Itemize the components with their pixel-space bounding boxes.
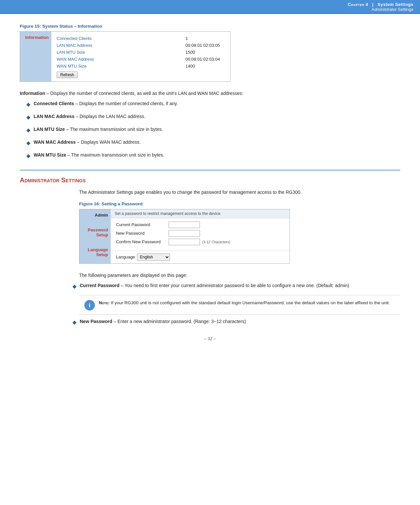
bullet-icon: ◆	[72, 282, 76, 290]
info-sidebar: Information	[20, 32, 51, 81]
admin-language-section: Language English	[111, 251, 290, 263]
bullet-list-2: ◆ Current Password – You need to first e…	[72, 282, 400, 290]
list-item-text: New Password – Enter a new administrator…	[80, 318, 246, 325]
row-label: WAN MTU Size	[57, 64, 106, 69]
list-item: ◆ LAN MAC Address – Displays the LAN MAC…	[26, 113, 400, 121]
confirm-password-input[interactable]	[169, 239, 200, 245]
table-row: LAN MTU Size 1500	[57, 49, 225, 56]
admin-sidebar-label-password: Password Setup	[82, 227, 108, 237]
list-item: ◆ Connected Clients – Displays the numbe…	[26, 100, 400, 108]
language-label: Language	[116, 254, 135, 259]
admin-section-heading: Administrator Settings	[20, 176, 400, 184]
following-params-text: The following parameters are displayed o…	[79, 272, 400, 279]
row-value: 00:08:01:02:03:04	[185, 57, 225, 62]
header-subtitle: Administrator Settings	[7, 7, 413, 12]
note-text: Note: If your RG300 unit is not configur…	[99, 299, 390, 307]
page-header: Chapter 4 | System Settings Administrato…	[0, 0, 420, 14]
bullet-icon: ◆	[26, 126, 30, 134]
table-row: Connected Clients 1	[57, 35, 225, 42]
bullet-list-3: ◆ New Password – Enter a new administrat…	[72, 318, 400, 326]
row-label: LAN MTU Size	[57, 50, 106, 55]
new-password-label: New Password	[116, 231, 169, 236]
form-row-confirm: Confirm New Password (3-12 Characters)	[116, 239, 284, 245]
row-value: 1	[185, 36, 225, 41]
row-label: Connected Clients	[57, 36, 106, 41]
bullet-icon: ◆	[26, 139, 30, 147]
page-number: – 32 –	[20, 336, 400, 348]
bullet-icon: ◆	[72, 318, 76, 326]
note-body: If your RG300 unit is not configured wit…	[110, 300, 390, 305]
row-value: 1500	[185, 50, 225, 55]
bullet-icon: ◆	[26, 152, 30, 160]
table-row: LAN MAC Address 00:08:01:02:03:05	[57, 42, 225, 49]
info-description: Information – Displays the number of con…	[20, 90, 400, 97]
list-item: ◆ Current Password – You need to first e…	[72, 282, 400, 290]
note-box: i Note: If your RG300 unit is not config…	[79, 295, 400, 315]
admin-sidebar: Admin Password Setup Language Setup	[79, 209, 111, 263]
info-panel: Information Connected Clients 1 LAN MAC …	[20, 32, 230, 81]
figure16-box: Admin Password Setup Language Setup Set …	[79, 209, 290, 264]
confirm-password-label: Confirm New Password	[116, 239, 169, 244]
admin-top-bar: Set a password to restrict management ac…	[111, 209, 290, 218]
form-row-new: New Password	[116, 230, 284, 237]
list-item: ◆ LAN MTU Size – The maximum transmissio…	[26, 126, 400, 134]
chapter-line: Chapter 4 | System Settings	[7, 2, 413, 7]
language-row: Language English	[116, 253, 284, 261]
row-label: WAN MAC Address	[57, 57, 106, 62]
admin-panel: Admin Password Setup Language Setup Set …	[79, 209, 290, 263]
admin-sidebar-label-admin: Admin	[95, 213, 108, 218]
form-row-current: Current Password	[116, 222, 284, 228]
info-content: Connected Clients 1 LAN MAC Address 00:0…	[51, 32, 230, 81]
list-item: ◆ New Password – Enter a new administrat…	[72, 318, 400, 326]
current-password-input[interactable]	[169, 222, 200, 228]
row-value: 00:08:01:02:03:05	[185, 43, 225, 48]
list-item-text: WAN MAC Address – Displays WAN MAC addre…	[34, 139, 141, 146]
current-password-label: Current Password	[116, 222, 169, 227]
list-item-text: Connected Clients – Displays the number …	[34, 100, 178, 107]
table-row: WAN MTU Size 1400	[57, 63, 225, 70]
note-icon: i	[84, 300, 95, 311]
bullet-list-1: ◆ Connected Clients – Displays the numbe…	[26, 100, 400, 160]
note-label: Note:	[99, 300, 110, 305]
list-item: ◆ WAN MTU Size – The maximum transmissio…	[26, 152, 400, 160]
info-bold: Information	[20, 91, 45, 96]
row-value: 1400	[185, 64, 225, 69]
refresh-button[interactable]: Refresh	[57, 72, 78, 78]
list-item-text: WAN MTU Size – The maximum transmission …	[34, 152, 164, 159]
list-item-text: LAN MAC Address – Displays the LAN MAC a…	[34, 113, 145, 120]
section-divider	[20, 170, 400, 170]
figure15-title: Figure 15: System Status – Information	[20, 24, 400, 29]
admin-intro: The Administrator Settings page enables …	[79, 189, 400, 196]
info-sidebar-label: Information	[25, 35, 49, 40]
list-item: ◆ WAN MAC Address – Displays WAN MAC add…	[26, 139, 400, 147]
password-hint: (3-12 Characters)	[202, 240, 230, 244]
list-item-text: Current Password – You need to first ent…	[80, 282, 349, 289]
row-label: LAN MAC Address	[57, 43, 106, 48]
admin-password-section: Current Password New Password Confirm Ne…	[111, 218, 290, 251]
chapter-title: System Settings	[378, 2, 413, 7]
admin-form-content: Set a password to restrict management ac…	[111, 209, 290, 263]
admin-sidebar-label-language: Language Setup	[82, 247, 108, 257]
table-row: WAN MAC Address 00:08:01:02:03:04	[57, 56, 225, 63]
figure16-title: Figure 16: Setting a Password	[79, 201, 400, 206]
chapter-word: Chapter	[348, 2, 364, 7]
main-content: Figure 15: System Status – Information I…	[0, 14, 420, 361]
info-text: – Displays the number of connected clien…	[45, 91, 243, 96]
list-item-text: LAN MTU Size – The maximum transmission …	[34, 126, 163, 133]
figure15-box: Information Connected Clients 1 LAN MAC …	[20, 31, 231, 82]
language-select[interactable]: English	[137, 253, 170, 261]
new-password-input[interactable]	[169, 230, 200, 237]
figure16-block: Figure 16: Setting a Password Admin Pass…	[79, 201, 400, 264]
bullet-icon: ◆	[26, 113, 30, 121]
chapter-num: 4	[366, 2, 368, 7]
bullet-icon: ◆	[26, 101, 30, 108]
